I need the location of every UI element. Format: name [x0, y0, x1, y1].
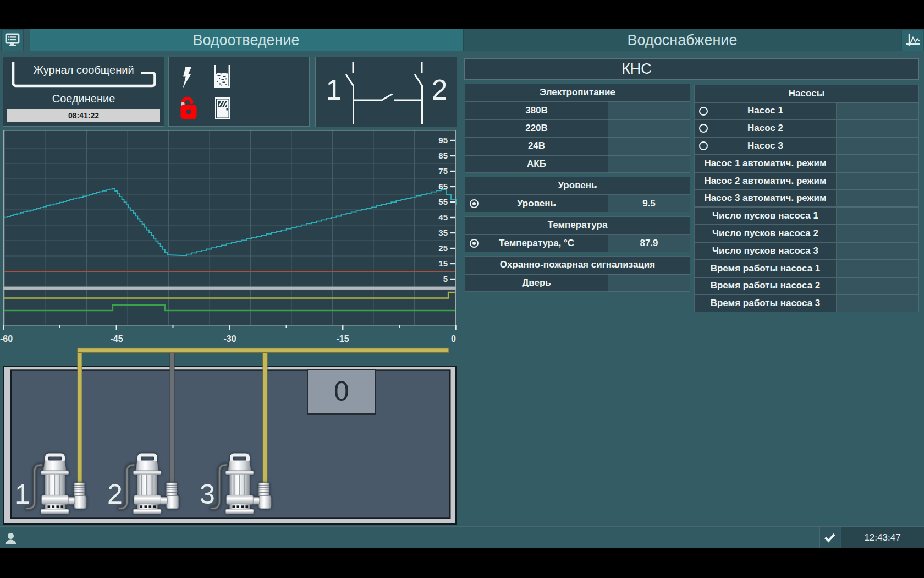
svg-text:55: 55	[438, 197, 448, 206]
svg-text:95: 95	[438, 135, 448, 145]
svg-text:35: 35	[438, 228, 448, 237]
svg-text:1: 1	[15, 479, 30, 510]
svg-text:45: 45	[438, 212, 448, 222]
svg-text:85: 85	[438, 151, 448, 160]
svg-text:25: 25	[438, 243, 448, 253]
svg-text:65: 65	[438, 182, 448, 191]
svg-text:15: 15	[438, 259, 448, 268]
svg-text:2: 2	[107, 479, 123, 510]
svg-text:5: 5	[443, 274, 448, 283]
svg-text:3: 3	[200, 479, 215, 510]
svg-text:0: 0	[334, 376, 349, 407]
svg-text:75: 75	[438, 166, 448, 176]
